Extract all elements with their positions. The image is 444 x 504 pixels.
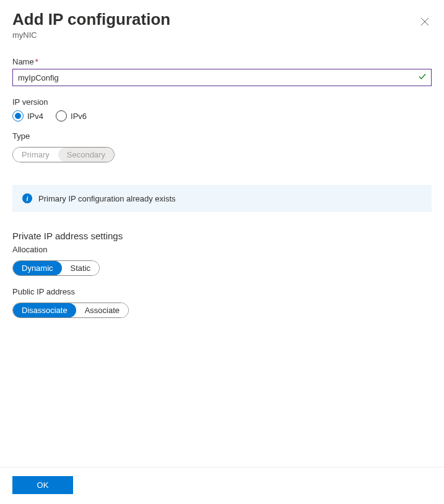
ipv4-radio[interactable]: IPv4 [12,110,43,122]
radio-icon [56,110,67,122]
check-icon [418,73,427,83]
public-ip-label: Public IP address [12,287,432,296]
ipv4-label: IPv4 [27,112,43,121]
ipv6-radio[interactable]: IPv6 [56,110,87,122]
type-primary-option: Primary [13,148,58,162]
public-ip-pill-group[interactable]: Disassociate Associate [12,303,129,318]
info-message-text: Primary IP configuration already exists [38,194,176,203]
close-icon [420,17,429,26]
type-secondary-option: Secondary [58,148,114,162]
public-ip-disassociate-option[interactable]: Disassociate [13,303,76,317]
info-icon: i [22,193,32,203]
name-label: Name* [12,57,432,66]
name-input[interactable] [12,69,432,86]
required-indicator: * [35,57,38,66]
allocation-static-option[interactable]: Static [62,261,100,275]
allocation-pill-group[interactable]: Dynamic Static [12,260,100,276]
radio-icon [12,110,24,122]
type-pill-group: Primary Secondary [12,147,115,162]
info-message-box: i Primary IP configuration already exist… [12,185,432,212]
type-label: Type [12,131,432,141]
public-ip-associate-option[interactable]: Associate [76,303,128,317]
ipv6-label: IPv6 [71,112,87,121]
private-ip-heading: Private IP address settings [12,231,432,241]
ok-button[interactable]: OK [12,476,73,494]
ip-version-label: IP version [12,97,432,107]
allocation-dynamic-option[interactable]: Dynamic [13,261,62,275]
page-title: Add IP configuration [12,10,170,29]
page-subtitle: myNIC [12,30,170,40]
close-button[interactable] [418,15,432,31]
allocation-label: Allocation [12,245,432,254]
